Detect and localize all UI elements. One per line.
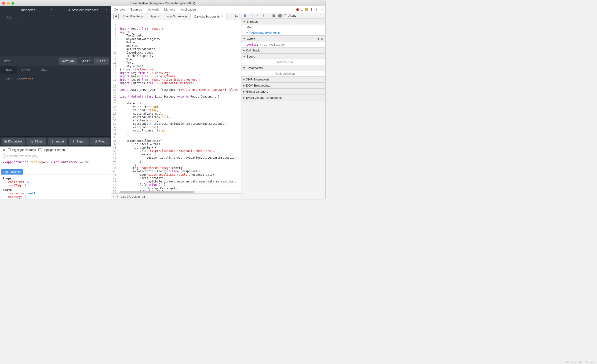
navigator-toggle-icon[interactable]: ▸▮ bbox=[113, 14, 119, 19]
thread-main[interactable]: Main bbox=[241, 24, 325, 30]
tab-memory[interactable]: Memory bbox=[163, 6, 176, 13]
minimize-window-button[interactable] bbox=[7, 2, 10, 5]
clock-icon: ◷ bbox=[31, 140, 33, 143]
upload-icon: ⭱ bbox=[51, 140, 54, 143]
scope-not-paused: Not Paused bbox=[241, 59, 325, 65]
print-icon: ⎙ bbox=[95, 140, 97, 143]
autoselect-dropdown[interactable]: Autoselect instances bbox=[56, 7, 111, 13]
terminal-icon: ▣ bbox=[4, 140, 7, 143]
highlight-search-checkbox[interactable]: Highlight Search bbox=[38, 148, 65, 152]
add-watch-icon[interactable]: + bbox=[317, 37, 320, 41]
async-checkbox[interactable]: Async bbox=[284, 14, 296, 17]
scope-header[interactable]: Scope bbox=[241, 54, 325, 59]
file-tab-3[interactable]: CaptchaScreens.js✕ bbox=[191, 13, 227, 20]
maximize-window-button[interactable] bbox=[11, 2, 14, 5]
resume-button[interactable] bbox=[243, 14, 247, 17]
svg-point-2 bbox=[252, 16, 253, 17]
highlight-updates-checkbox[interactable]: Highlight Updates bbox=[8, 148, 36, 152]
pin-row: (pin): undefined bbox=[0, 74, 111, 84]
dom-breakpoints-header[interactable]: DOM Breakpoints bbox=[241, 83, 325, 88]
search-input[interactable]: Search (text or /regex/) bbox=[7, 154, 38, 158]
seg-action[interactable]: Action bbox=[59, 58, 78, 64]
step-into-button[interactable] bbox=[255, 14, 259, 17]
tab-sources[interactable]: Sources bbox=[130, 6, 143, 13]
seg-diff[interactable]: Diff bbox=[94, 58, 109, 64]
breadcrumb[interactable]: AppContainer bbox=[1, 169, 23, 174]
props-panel: Props ▸ children: {…} rootTag: 1 State i… bbox=[0, 174, 111, 199]
file-tab-0[interactable]: EventEmitter.js bbox=[120, 13, 147, 19]
component-tree-row[interactable]: ▸<AppContainer rootTag=1>…</AppContainer… bbox=[0, 159, 111, 165]
refresh-watch-icon[interactable]: ⟳ bbox=[321, 37, 323, 41]
svg-point-4 bbox=[263, 14, 264, 15]
error-icon[interactable] bbox=[296, 8, 299, 11]
svg-rect-0 bbox=[244, 15, 245, 17]
event-listener-breakpoints-header[interactable]: Event Listener Breakpoints bbox=[241, 95, 325, 101]
search-icon bbox=[3, 154, 6, 158]
deactivate-breakpoints-button[interactable] bbox=[272, 14, 276, 17]
view-raw[interactable]: Raw bbox=[36, 66, 52, 74]
global-listeners-header[interactable]: Global Listeners bbox=[241, 89, 325, 95]
view-tree[interactable]: Tree bbox=[0, 66, 17, 74]
close-tab-icon[interactable]: ✕ bbox=[221, 15, 223, 18]
arrow-right-icon bbox=[247, 32, 248, 34]
slider-button[interactable]: ◷Slider bbox=[26, 138, 46, 145]
cursor-position: Line 37, Column 31 bbox=[121, 195, 145, 198]
callstack-header[interactable]: Call Stack bbox=[241, 47, 325, 53]
download-icon: ⭳ bbox=[72, 140, 75, 143]
gear-icon[interactable]: ⚙ bbox=[3, 148, 5, 152]
view-chart[interactable]: Chart bbox=[17, 66, 35, 74]
file-tab-1[interactable]: App.js bbox=[147, 13, 162, 19]
window-title: React Native Debugger - Connected (port … bbox=[0, 1, 325, 5]
step-over-button[interactable] bbox=[249, 14, 253, 17]
threads-header[interactable]: Threads bbox=[241, 19, 325, 24]
code-editor[interactable]: import React from 'react';import { TextI… bbox=[118, 20, 241, 193]
line-gutter: 1234567891011121314151617181920212223242… bbox=[111, 20, 118, 193]
tab-network[interactable]: Network bbox=[146, 6, 159, 13]
titlebar: React Native Debugger - Connected (port … bbox=[0, 0, 325, 6]
svg-point-3 bbox=[257, 17, 258, 17]
export-button[interactable]: ⭳Export bbox=[69, 138, 88, 145]
warning-icon[interactable] bbox=[305, 8, 308, 11]
seg-state[interactable]: State bbox=[78, 58, 94, 64]
tab-console[interactable]: Console bbox=[113, 6, 126, 13]
watch-item[interactable]: config: <not available> bbox=[241, 42, 325, 47]
thread-worker[interactable]: RNDebuggerWorker.js bbox=[241, 30, 325, 35]
pause-on-exceptions-button[interactable] bbox=[278, 14, 282, 17]
file-tab-2[interactable]: LoginScreens.js bbox=[162, 13, 191, 19]
close-devtools-icon[interactable]: ✕ bbox=[321, 8, 323, 11]
svg-rect-1 bbox=[245, 15, 246, 17]
debugger-toggle-icon[interactable]: ▮◂ bbox=[234, 14, 239, 19]
import-button[interactable]: ⭱Import bbox=[48, 138, 67, 145]
breakpoints-header[interactable]: Breakpoints bbox=[241, 65, 325, 71]
inspector-dropdown[interactable]: Inspector bbox=[0, 7, 56, 13]
no-breakpoints: No Breakpoints bbox=[241, 71, 325, 76]
format-icon[interactable]: { } bbox=[113, 195, 118, 198]
print-button[interactable]: ⎙Print bbox=[90, 138, 110, 145]
watch-header[interactable]: Watch+⟳ bbox=[241, 36, 325, 42]
state-label: State bbox=[3, 59, 10, 63]
close-window-button[interactable] bbox=[2, 2, 5, 5]
more-icon[interactable]: ⋮ bbox=[315, 7, 318, 12]
tab-application[interactable]: Application bbox=[180, 6, 197, 13]
step-out-button[interactable] bbox=[261, 14, 265, 17]
filter-input[interactable]: filter... bbox=[0, 14, 111, 21]
xhr-breakpoints-header[interactable]: XHR Breakpoints bbox=[241, 77, 325, 82]
horizontal-scrollbar[interactable] bbox=[118, 191, 241, 193]
dispatcher-button[interactable]: ▣Dispatcher bbox=[2, 138, 25, 145]
